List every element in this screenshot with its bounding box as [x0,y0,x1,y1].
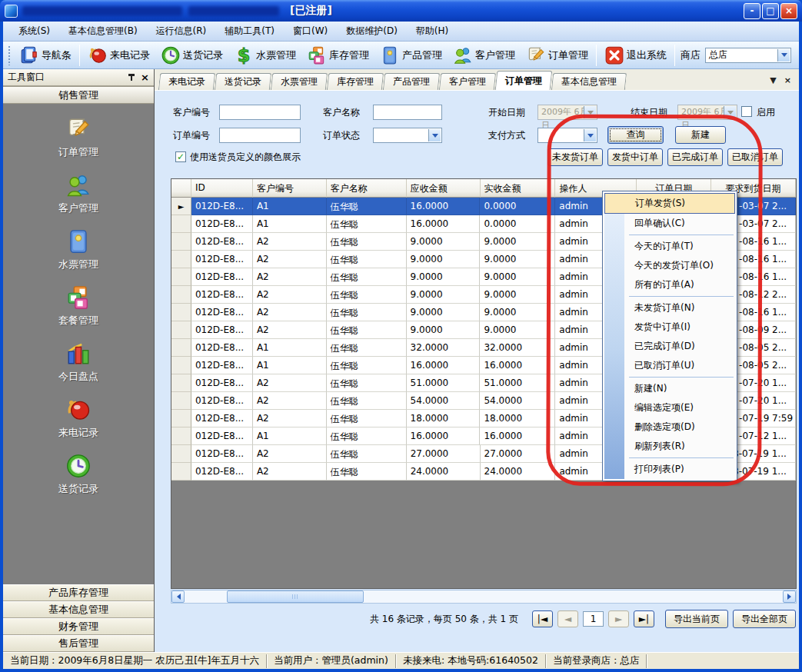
table-cell[interactable]: A2 [253,321,327,339]
scrollbar-track[interactable] [185,590,783,603]
tab-库存管理[interactable]: 库存管理 [327,73,384,90]
toolbar-button-8[interactable]: 订单管理 [521,43,594,68]
table-cell[interactable]: A2 [253,304,327,321]
row-selector-cell[interactable] [171,374,191,392]
table-cell[interactable]: 18.0000 [480,410,555,427]
pay-method-select[interactable] [537,128,597,143]
toolbar-button-7[interactable]: 客户管理 [448,43,521,68]
row-selector-cell[interactable]: ► [171,198,191,215]
table-cell[interactable]: 012D-E8... [191,268,253,286]
table-cell[interactable]: 伍华聪 [327,268,407,286]
enable-checkbox[interactable] [741,106,752,117]
table-cell[interactable]: 9.0000 [407,321,481,339]
menubar-item[interactable]: 帮助(H) [407,22,458,41]
row-selector-cell[interactable] [171,392,191,410]
tab-close-icon[interactable]: × [784,75,791,85]
table-cell[interactable]: A1 [253,339,327,357]
tab-来电记录[interactable]: 来电记录 [158,73,215,90]
minimize-button[interactable]: - [744,3,760,19]
table-cell[interactable]: 0.0000 [480,215,555,233]
table-cell[interactable]: A1 [253,215,327,233]
table-cell[interactable]: A1 [253,198,327,215]
table-cell[interactable]: 9.0000 [480,286,555,304]
table-cell[interactable]: 伍华聪 [327,463,407,481]
table-cell[interactable]: A2 [253,233,327,251]
filter-completed-button[interactable]: 已完成订单 [667,148,723,166]
table-header-cell[interactable]: 客户名称 [327,179,407,198]
tab-客户管理[interactable]: 客户管理 [439,73,496,90]
tab-水票管理[interactable]: 水票管理 [271,73,328,90]
scroll-left-icon[interactable] [171,590,185,603]
table-cell[interactable]: 012D-E8... [191,286,253,304]
table-cell[interactable]: 012D-E8... [191,410,253,427]
menubar-item[interactable]: 窗口(W) [284,22,337,41]
toolbar-button-1[interactable]: 导航条 [14,43,77,68]
tab-送货记录[interactable]: 送货记录 [215,73,271,90]
prev-page-button[interactable]: ◄ [557,610,578,627]
filter-cancelled-button[interactable]: 已取消订单 [727,148,783,166]
sidebar-item-水票管理[interactable]: 水票管理 [58,228,98,271]
table-cell[interactable]: 16.0000 [407,198,481,215]
table-cell[interactable]: 24.0000 [407,463,481,481]
sidebar-group-bar[interactable]: 产品库存管理 [3,584,154,601]
toolbar-button-3[interactable]: 送货记录 [155,43,228,68]
table-cell[interactable]: 伍华聪 [327,374,407,392]
table-cell[interactable]: 伍华聪 [327,286,407,304]
table-header-cell[interactable] [171,179,191,198]
menu-item-发货中订单(I)[interactable]: 发货中订单(I) [624,318,735,337]
chevron-down-icon[interactable] [584,129,596,141]
table-cell[interactable]: 9.0000 [407,304,481,321]
query-button[interactable]: 查询 [607,126,664,144]
sidebar-group-bar[interactable]: 财务管理 [3,618,154,635]
sidebar-group-sales[interactable]: 销售管理 [3,86,154,104]
table-cell[interactable]: 54.0000 [407,392,481,410]
table-cell[interactable]: A2 [253,445,327,463]
menubar-item[interactable]: 数据维护(D) [337,22,407,41]
table-cell[interactable]: 伍华聪 [327,304,407,321]
new-button[interactable]: 新建 [675,126,726,144]
table-cell[interactable]: A2 [253,410,327,427]
table-cell[interactable]: 18.0000 [407,410,481,427]
table-cell[interactable]: 012D-E8... [191,251,253,268]
table-cell[interactable]: 9.0000 [480,233,555,251]
table-cell[interactable]: 012D-E8... [191,198,253,215]
menu-item-刷新列表(R)[interactable]: 刷新列表(R) [624,437,735,456]
tab-基本信息管理[interactable]: 基本信息管理 [551,73,627,90]
table-cell[interactable]: A2 [253,286,327,304]
start-date-picker[interactable]: 2009年 6月 8日 [537,105,597,120]
menubar-item[interactable]: 基本信息管理(B) [59,22,147,41]
table-cell[interactable]: 012D-E8... [191,215,253,233]
table-cell[interactable]: 012D-E8... [191,427,253,445]
page-number-input[interactable]: 1 [583,611,604,627]
table-cell[interactable]: 伍华聪 [327,215,407,233]
table-cell[interactable]: 012D-E8... [191,304,253,321]
table-cell[interactable]: 16.0000 [480,427,555,445]
table-cell[interactable]: 51.0000 [407,374,481,392]
toolbar-button-2[interactable]: 来电记录 [82,43,155,68]
table-cell[interactable]: 24.0000 [481,463,556,481]
table-cell[interactable]: A2 [253,374,327,392]
tool-window-close-icon[interactable]: × [141,72,149,82]
row-selector-cell[interactable] [171,251,191,268]
menu-item-新建(N)[interactable]: 新建(N) [624,379,735,398]
row-selector-cell[interactable] [171,339,191,357]
table-cell[interactable]: 伍华聪 [327,392,407,410]
row-selector-cell[interactable] [171,286,191,304]
table-cell[interactable]: 9.0000 [407,268,481,286]
table-cell[interactable]: 16.0000 [480,357,555,374]
customer-no-input[interactable] [219,105,301,120]
chevron-down-icon[interactable] [428,129,441,141]
table-cell[interactable]: 9.0000 [480,251,555,268]
table-cell[interactable]: 16.0000 [407,427,481,445]
table-cell[interactable]: 伍华聪 [327,339,407,357]
tab-dropdown-icon[interactable]: ▼ [770,75,776,85]
sidebar-item-今日盘点[interactable]: 今日盘点 [58,341,98,384]
export-current-page-button[interactable]: 导出当前页 [665,610,728,628]
table-header-cell[interactable]: ID [191,179,253,198]
menubar-item[interactable]: 系统(S) [9,22,59,41]
table-cell[interactable]: 32.0000 [407,339,481,357]
tab-产品管理[interactable]: 产品管理 [383,73,440,90]
table-cell[interactable]: 0.0000 [480,198,555,215]
horizontal-scrollbar[interactable] [171,590,797,604]
filter-shipping-button[interactable]: 发货中订单 [607,148,663,166]
